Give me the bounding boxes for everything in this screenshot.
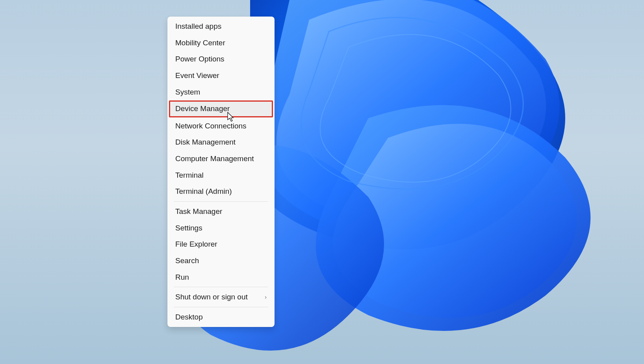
menu-item-label: System <box>175 87 200 97</box>
chevron-right-icon: › <box>265 293 267 301</box>
menu-item-file-explorer[interactable]: File Explorer <box>169 236 273 253</box>
menu-item-disk-management[interactable]: Disk Management <box>169 134 273 150</box>
menu-item-search[interactable]: Search <box>169 253 273 269</box>
menu-item-label: Run <box>175 272 189 282</box>
menu-item-power-options[interactable]: Power Options <box>169 51 273 67</box>
menu-item-installed-apps[interactable]: Installed apps <box>169 18 273 35</box>
menu-item-network-connections[interactable]: Network Connections <box>169 118 273 134</box>
menu-item-settings[interactable]: Settings <box>169 220 273 236</box>
menu-item-label: Search <box>175 256 199 266</box>
menu-item-label: Shut down or sign out <box>175 292 248 302</box>
menu-separator <box>174 307 268 307</box>
menu-item-device-manager[interactable]: Device Manager <box>169 100 273 117</box>
menu-item-computer-management[interactable]: Computer Management <box>169 150 273 167</box>
menu-item-label: Computer Management <box>175 154 254 164</box>
menu-item-label: Event Viewer <box>175 71 219 81</box>
menu-item-label: File Explorer <box>175 239 217 249</box>
menu-item-event-viewer[interactable]: Event Viewer <box>169 67 273 84</box>
menu-item-terminal-admin[interactable]: Terminal (Admin) <box>169 183 273 200</box>
menu-item-system[interactable]: System <box>169 84 273 100</box>
menu-item-label: Device Manager <box>175 104 230 114</box>
menu-item-task-manager[interactable]: Task Manager <box>169 203 273 220</box>
menu-item-label: Mobility Center <box>175 38 225 48</box>
menu-separator <box>174 287 268 287</box>
menu-item-terminal[interactable]: Terminal <box>169 167 273 184</box>
menu-item-label: Terminal <box>175 170 204 180</box>
desktop-wallpaper <box>0 0 644 364</box>
menu-item-label: Task Manager <box>175 206 222 217</box>
menu-item-label: Installed apps <box>175 21 221 32</box>
winx-context-menu: Installed apps Mobility Center Power Opt… <box>167 17 275 327</box>
menu-item-label: Disk Management <box>175 137 236 147</box>
menu-item-shut-down[interactable]: Shut down or sign out › <box>169 289 273 305</box>
menu-item-mobility-center[interactable]: Mobility Center <box>169 35 273 51</box>
menu-item-label: Settings <box>175 223 202 233</box>
menu-item-label: Power Options <box>175 54 225 64</box>
menu-item-label: Desktop <box>175 312 203 322</box>
menu-item-desktop[interactable]: Desktop <box>169 309 273 325</box>
menu-item-label: Terminal (Admin) <box>175 186 232 197</box>
menu-item-run[interactable]: Run <box>169 269 273 286</box>
menu-separator <box>174 201 268 202</box>
menu-item-label: Network Connections <box>175 121 247 131</box>
